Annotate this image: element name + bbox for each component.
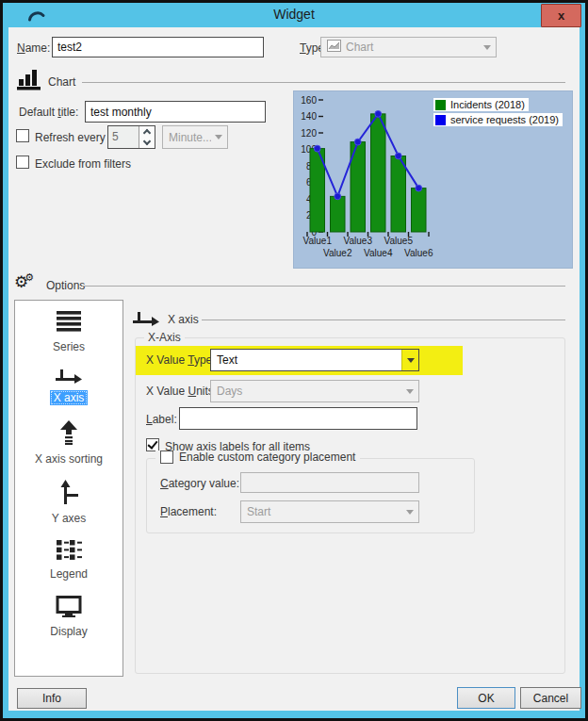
exclude-filters-checkbox[interactable]: [16, 156, 29, 169]
svg-text:Value2: Value2: [323, 248, 352, 258]
placement-arrow: [401, 501, 418, 522]
refresh-interval-spinner[interactable]: 5: [107, 125, 155, 149]
x-value-type-value: Text: [217, 353, 237, 367]
y-axes-icon: [57, 480, 80, 507]
legend-icon: [57, 540, 82, 563]
options-section-title: Options: [46, 279, 85, 292]
sidebar-item-x-axis-sorting[interactable]: X axis sorting: [15, 420, 122, 467]
refresh-every-label: Refresh every: [35, 131, 106, 144]
x-value-type-dropdown[interactable]: Text: [210, 349, 419, 371]
refresh-units-arrow: [211, 126, 227, 148]
chart-section-icon: [16, 69, 42, 93]
x-value-units-label: X Value Units:: [146, 385, 217, 398]
sidebar-item-x-axis[interactable]: X axis: [15, 368, 122, 405]
series-icon: [56, 310, 82, 336]
cancel-button[interactable]: Cancel: [520, 687, 581, 709]
default-title-label: Default title:: [19, 106, 78, 119]
x-value-units-value: Days: [217, 385, 242, 398]
axis-label-label: Label:: [146, 413, 177, 426]
chart-section-title: Chart: [48, 75, 75, 89]
title-bar[interactable]: Widget x: [3, 3, 585, 27]
sidebar-label-y-axes: Y axes: [48, 511, 90, 526]
type-dropdown[interactable]: Chart: [320, 37, 497, 57]
svg-text:Value5: Value5: [384, 236, 414, 246]
legend-label: service requests (2019): [450, 114, 559, 125]
name-input[interactable]: [52, 37, 264, 57]
sidebar-item-legend[interactable]: Legend: [15, 540, 122, 582]
sidebar-label-legend: Legend: [46, 566, 91, 582]
sidebar-item-display[interactable]: Display: [15, 596, 122, 639]
x-axis-panel-divider: [202, 320, 565, 320]
x-value-units-dropdown[interactable]: Days: [210, 380, 419, 402]
name-label: Name:: [17, 41, 50, 55]
options-section-divider: [82, 286, 565, 287]
legend-swatch: [435, 115, 446, 125]
custom-category-header: Enable custom category placement: [155, 451, 360, 464]
x-axis-group-label: X-Axis: [144, 331, 185, 344]
enable-custom-category-checkbox[interactable]: [160, 451, 173, 464]
chart-type-icon: [327, 40, 341, 55]
category-value-input[interactable]: [240, 472, 419, 493]
placement-value: Start: [247, 505, 270, 518]
x-value-type-label: X Value Type:: [146, 353, 216, 367]
x-axis-panel-icon: [132, 310, 160, 329]
widget-dialog: Widget x Name: Type: Chart Chart Default…: [0, 0, 588, 721]
x-axis-sorting-icon: [59, 420, 78, 448]
options-section-icon: ⚙⚙: [14, 272, 38, 291]
legend-label: Incidents (2018): [450, 99, 525, 110]
sidebar-item-series[interactable]: Series: [15, 310, 122, 354]
sidebar-label-display: Display: [46, 624, 90, 639]
info-button[interactable]: Info: [17, 688, 87, 709]
ok-button[interactable]: OK: [457, 687, 515, 709]
type-dropdown-arrow: [479, 38, 496, 57]
refresh-units-value: Minute...: [169, 131, 211, 144]
spinner-up-icon[interactable]: [143, 129, 151, 137]
svg-text:Value4: Value4: [364, 248, 393, 258]
display-icon: [56, 596, 82, 620]
show-axis-labels-checkbox[interactable]: [146, 438, 159, 451]
sidebar-label-x-axis: X axis: [50, 390, 89, 405]
window-title: Widget: [3, 7, 585, 22]
svg-text:Value6: Value6: [404, 248, 433, 258]
placement-label: Placement:: [160, 505, 217, 518]
chart-preview: 020406080100120140160Value1Value2Value3V…: [293, 90, 573, 269]
exclude-filters-label: Exclude from filters: [35, 157, 131, 171]
sidebar-label-x-axis-sorting: X axis sorting: [31, 451, 106, 467]
svg-text:140: 140: [301, 111, 317, 122]
refresh-units-dropdown[interactable]: Minute...: [162, 125, 228, 149]
svg-text:Value1: Value1: [303, 236, 333, 246]
dialog-content: Name: Type: Chart Chart Default title: R…: [8, 27, 580, 711]
x-axis-icon: [55, 368, 83, 386]
default-title-input[interactable]: [85, 101, 266, 123]
type-value: Chart: [346, 41, 373, 54]
x-value-type-arrow: [401, 350, 418, 370]
refresh-every-checkbox[interactable]: [16, 129, 29, 142]
svg-text:160: 160: [301, 95, 317, 106]
legend-swatch: [435, 100, 446, 110]
axis-label-input[interactable]: [179, 407, 417, 430]
spinner-buttons[interactable]: [139, 126, 155, 148]
chart-section-divider: [82, 82, 565, 83]
svg-text:Value3: Value3: [344, 236, 373, 246]
x-value-units-arrow: [401, 381, 418, 401]
spinner-down-icon[interactable]: [143, 138, 151, 145]
enable-custom-category-label: Enable custom category placement: [179, 451, 355, 464]
refresh-interval-value: 5: [108, 126, 139, 148]
chart-legend: Incidents (2018)service requests (2019): [433, 98, 563, 126]
legend-entry: service requests (2019): [433, 113, 563, 126]
close-icon: x: [558, 8, 564, 23]
x-axis-panel-title: X axis: [168, 313, 199, 326]
sidebar-item-y-axes[interactable]: Y axes: [15, 480, 122, 526]
close-button[interactable]: x: [541, 4, 581, 27]
options-sidebar: Series X axis X axis sorting Y axes: [14, 300, 123, 677]
svg-text:120: 120: [301, 128, 317, 139]
category-value-label: Category value:: [160, 477, 239, 490]
sidebar-label-series: Series: [49, 339, 89, 354]
placement-dropdown[interactable]: Start: [240, 500, 419, 523]
legend-entry: Incidents (2018): [433, 98, 529, 111]
